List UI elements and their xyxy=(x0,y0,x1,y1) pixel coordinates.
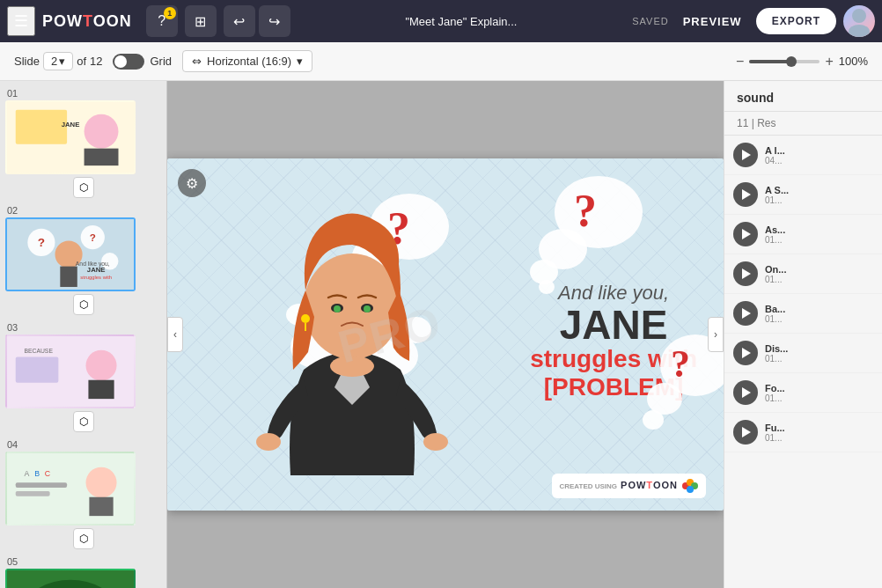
slide-item-5[interactable]: 05 Oh no! That is, before ⬡ xyxy=(5,556,161,588)
slide-label: Slide xyxy=(14,55,40,68)
svg-text:A: A xyxy=(24,469,29,478)
results-label: | Res xyxy=(752,117,776,129)
expand-panel-button[interactable]: › xyxy=(708,317,724,352)
zoom-slider[interactable] xyxy=(749,60,820,63)
svg-rect-3 xyxy=(16,110,67,144)
slides-button[interactable]: ⊞ xyxy=(185,5,217,37)
undo-icon: ↩ xyxy=(233,13,245,30)
zoom-plus-button[interactable]: + xyxy=(825,55,833,69)
sound-name-6: Dis... xyxy=(765,343,788,354)
zoom-minus-button[interactable]: − xyxy=(736,55,744,69)
sound-play-btn-7[interactable] xyxy=(733,380,758,405)
slide-item-4[interactable]: 04 A B C ⬡ xyxy=(5,439,161,549)
slide-num-4: 04 xyxy=(5,439,161,450)
svg-point-45 xyxy=(301,314,310,323)
sound-duration-2: 01... xyxy=(765,195,789,205)
svg-text:C: C xyxy=(45,469,50,478)
sound-name-4: On... xyxy=(765,264,786,275)
sound-item-8[interactable]: Fu... 01... xyxy=(724,413,882,452)
sound-info-2: A S... 01... xyxy=(765,185,789,205)
slide-thumb-content-3: BECAUSE xyxy=(7,336,134,407)
collapse-panel-button[interactable]: ‹ xyxy=(167,317,183,352)
sound-name-8: Fu... xyxy=(765,423,785,433)
sound-item-7[interactable]: Fo... 01... xyxy=(724,373,882,413)
svg-point-5 xyxy=(85,114,119,149)
help-badge: 1 xyxy=(164,7,176,19)
sound-duration-7: 01... xyxy=(765,393,785,403)
sound-item-5[interactable]: Ba... 01... xyxy=(724,294,882,334)
slide-thumb-3[interactable]: BECAUSE xyxy=(5,334,136,408)
zoom-percent: 100% xyxy=(839,55,868,68)
svg-text:JANE: JANE xyxy=(87,266,106,274)
zoom-slider-fill xyxy=(749,60,791,63)
slide-number-box[interactable]: 2 ▾ xyxy=(43,52,73,70)
undo-redo-group: ↩ ↪ xyxy=(224,5,290,37)
slide-action-btn-3[interactable]: ⬡ xyxy=(73,411,94,432)
sound-play-btn-6[interactable] xyxy=(733,341,758,365)
sound-play-btn-2[interactable] xyxy=(733,182,758,207)
svg-rect-30 xyxy=(89,497,113,516)
powtoon-badge-logo: POWTOON xyxy=(621,477,699,495)
slide-thumb-4[interactable]: A B C xyxy=(5,452,136,526)
help-button[interactable]: ? 1 xyxy=(146,5,178,37)
sound-name-2: A S... xyxy=(765,185,789,195)
slide-canvas[interactable]: ⚙ ? ? xyxy=(167,158,724,511)
slide-dropdown-icon: ▾ xyxy=(59,55,65,68)
sound-item-2[interactable]: A S... 01... xyxy=(724,175,882,215)
presentation-title: "Meet Jane" Explain... xyxy=(298,15,626,28)
svg-rect-27 xyxy=(16,482,67,488)
sound-name-3: As... xyxy=(765,224,785,235)
sound-info-6: Dis... 01... xyxy=(765,343,788,364)
grid-label: Grid xyxy=(150,55,172,68)
slide-of-label: of xyxy=(77,55,86,68)
sound-item-1[interactable]: A l... 04... xyxy=(724,136,882,175)
toggle-track[interactable] xyxy=(113,54,144,70)
sound-item-3[interactable]: As... 01... xyxy=(724,215,882,254)
canvas-settings-button[interactable]: ⚙ xyxy=(178,169,206,197)
slide-item-3[interactable]: 03 BECAUSE ⬡ xyxy=(5,322,161,432)
slide-thumb-content-2: ? ? And like you, JANE struggles with xyxy=(7,219,134,290)
user-avatar[interactable] xyxy=(843,5,875,37)
sound-info-8: Fu... 01... xyxy=(765,423,785,443)
slide-num-1: 01 xyxy=(5,88,161,99)
canvas-area: ‹ › ⚙ ? ? xyxy=(167,81,724,588)
secondary-toolbar: Slide 2 ▾ of 12 Grid ⇔ Horizontal (16:9)… xyxy=(0,42,882,81)
sound-item-4[interactable]: On... 01... xyxy=(724,254,882,294)
zoom-control: − + 100% xyxy=(736,55,868,69)
slide-current: 2 xyxy=(51,55,57,68)
sound-info-7: Fo... 01... xyxy=(765,383,785,403)
undo-button[interactable]: ↩ xyxy=(224,5,255,37)
slide-action-btn-4[interactable]: ⬡ xyxy=(73,528,94,549)
slide-item-2[interactable]: 02 ? ? And like you, xyxy=(5,205,161,315)
export-button[interactable]: EXPORT xyxy=(756,8,836,34)
toggle-thumb xyxy=(114,55,127,68)
slide-thumb-1[interactable]: JANE xyxy=(5,100,136,174)
sound-name-5: Ba... xyxy=(765,304,785,314)
sound-item-6[interactable]: Dis... 01... xyxy=(724,334,882,373)
svg-rect-6 xyxy=(85,149,119,165)
slide-item-1[interactable]: 01 JANE ⬡ xyxy=(5,88,161,198)
slide-indicator: Slide 2 ▾ of 12 xyxy=(14,52,102,70)
svg-point-44 xyxy=(364,305,371,312)
slide-thumb-5[interactable]: Oh no! That is, before xyxy=(5,569,136,588)
grid-toggle[interactable]: Grid xyxy=(113,54,172,70)
sound-duration-4: 01... xyxy=(765,275,786,284)
sound-play-btn-1[interactable] xyxy=(733,143,758,167)
app-logo: POWTOON xyxy=(42,12,132,31)
redo-button[interactable]: ↪ xyxy=(259,5,290,37)
preview-button[interactable]: PREVIEW xyxy=(676,15,749,28)
orientation-button[interactable]: ⇔ Horizontal (16:9) ▾ xyxy=(182,50,312,72)
sound-play-btn-8[interactable] xyxy=(733,420,758,445)
sound-duration-8: 01... xyxy=(765,433,785,443)
slide-thumb-2[interactable]: ? ? And like you, JANE struggles with xyxy=(5,217,136,291)
hamburger-menu-button[interactable]: ☰ xyxy=(7,6,35,36)
slide-action-btn-2[interactable]: ⬡ xyxy=(73,294,94,315)
svg-text:?: ? xyxy=(90,232,96,243)
sound-play-btn-4[interactable] xyxy=(733,261,758,286)
sound-info-3: As... 01... xyxy=(765,224,785,245)
slide-action-btn-1[interactable]: ⬡ xyxy=(73,177,94,198)
sound-play-btn-5[interactable] xyxy=(733,301,758,326)
sound-play-btn-3[interactable] xyxy=(733,222,758,246)
slide-thumb-content-4: A B C xyxy=(7,453,134,524)
jane-character xyxy=(251,176,453,511)
